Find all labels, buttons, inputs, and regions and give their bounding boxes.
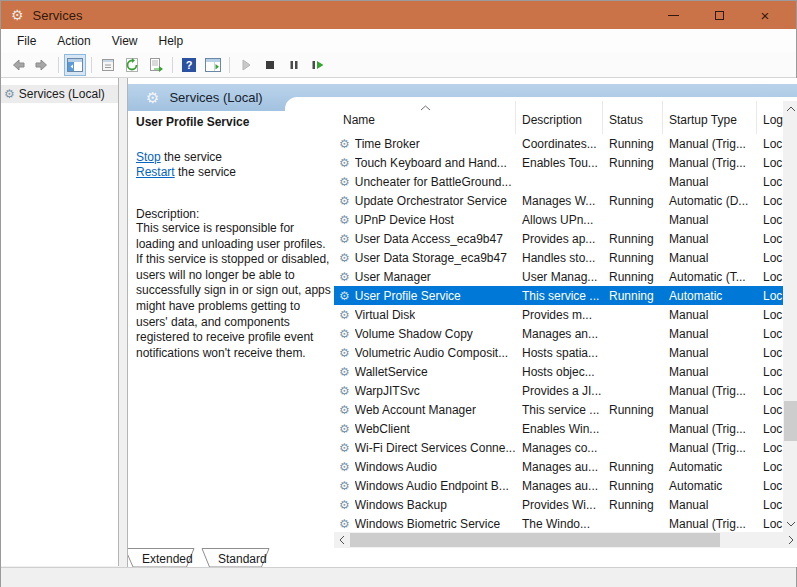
service-gear-icon: ⚙ xyxy=(339,271,350,283)
service-gear-icon: ⚙ xyxy=(339,347,350,359)
menu-bar: File Action View Help xyxy=(1,29,796,53)
column-header-startup-type[interactable]: Startup Type xyxy=(663,101,757,134)
forward-icon[interactable] xyxy=(31,54,53,76)
menu-action[interactable]: Action xyxy=(49,31,98,51)
show-action-pane-icon[interactable] xyxy=(202,54,224,76)
menu-view[interactable]: View xyxy=(104,31,146,51)
service-gear-icon: ⚙ xyxy=(339,385,350,397)
description-text: This service is responsible for loading … xyxy=(136,221,334,361)
service-row[interactable]: ⚙Windows Biometric Service The Windo... … xyxy=(334,514,783,533)
service-gear-icon: ⚙ xyxy=(339,328,350,340)
service-gear-icon: ⚙ xyxy=(339,214,350,226)
services-window: ⚙ Services × File Action View Help xyxy=(0,0,797,587)
stop-link[interactable]: Stop xyxy=(136,150,161,164)
service-gear-icon: ⚙ xyxy=(339,233,350,245)
column-header-log-on-as[interactable]: Log xyxy=(757,101,783,134)
menu-help[interactable]: Help xyxy=(151,31,192,51)
export-list-icon[interactable] xyxy=(145,54,167,76)
scroll-right-icon[interactable] xyxy=(783,532,797,548)
refresh-icon[interactable] xyxy=(121,54,143,76)
vertical-scroll-thumb[interactable] xyxy=(784,401,797,441)
selected-service-title: User Profile Service xyxy=(136,111,336,129)
service-row[interactable]: ⚙Uncheater for BattleGround... Manual Lo… xyxy=(334,172,783,191)
service-row[interactable]: ⚙User Profile Service This service ... R… xyxy=(334,286,783,305)
service-row[interactable]: ⚙Virtual Disk Provides m... Manual Loc xyxy=(334,305,783,324)
restart-service-icon[interactable] xyxy=(307,54,329,76)
extended-detail-panel: User Profile Service Stop the service Re… xyxy=(136,111,336,361)
service-row[interactable]: ⚙Web Account Manager This service ... Ru… xyxy=(334,400,783,419)
scroll-left-icon[interactable] xyxy=(334,532,350,548)
column-header-name[interactable]: Name xyxy=(334,101,516,134)
window-title: Services xyxy=(33,8,83,23)
pane-header-title: Services (Local) xyxy=(169,90,262,105)
service-row[interactable]: ⚙User Data Access_eca9b47 Provides ap...… xyxy=(334,229,783,248)
service-row[interactable]: ⚙WalletService Hosts objec... Manual Loc xyxy=(334,362,783,381)
service-row[interactable]: ⚙UPnP Device Host Allows UPn... Manual L… xyxy=(334,210,783,229)
svg-text:?: ? xyxy=(186,59,193,71)
close-button[interactable]: × xyxy=(742,1,788,29)
services-list: Name Description Status Startup Type Log… xyxy=(334,101,783,533)
service-row[interactable]: ⚙Time Broker Coordinates... Running Manu… xyxy=(334,134,783,153)
pause-service-icon[interactable] xyxy=(283,54,305,76)
services-gear-icon: ⚙ xyxy=(4,88,15,100)
window-controls: × xyxy=(650,1,788,29)
tab-extended-label[interactable]: Extended xyxy=(142,552,193,566)
properties-icon[interactable] xyxy=(97,54,119,76)
service-gear-icon: ⚙ xyxy=(339,518,350,530)
tree-item-services-local[interactable]: ⚙ Services (Local) xyxy=(1,85,118,103)
stop-service-line: Stop the service xyxy=(136,150,336,165)
service-row[interactable]: ⚙Update Orchestrator Service Manages W..… xyxy=(334,191,783,210)
service-gear-icon: ⚙ xyxy=(339,195,350,207)
service-gear-icon: ⚙ xyxy=(339,442,350,454)
toolbar-separator xyxy=(172,57,173,73)
service-row[interactable]: ⚙Touch Keyboard and Hand... Enables Tou.… xyxy=(334,153,783,172)
scroll-up-icon[interactable] xyxy=(783,101,797,117)
services-app-icon: ⚙ xyxy=(11,8,24,22)
console-tree-pane: ⚙ Services (Local) xyxy=(1,78,119,566)
service-row[interactable]: ⚙WebClient Enables Win... Manual (Trig..… xyxy=(334,419,783,438)
service-row[interactable]: ⚙Windows Audio Endpoint B... Manages au.… xyxy=(334,476,783,495)
horizontal-scrollbar[interactable] xyxy=(334,532,797,548)
service-gear-icon: ⚙ xyxy=(339,404,350,416)
pane-header-gear-icon: ⚙ xyxy=(146,90,159,105)
service-row[interactable]: ⚙Volume Shadow Copy Manages an... Manual… xyxy=(334,324,783,343)
start-service-icon[interactable] xyxy=(235,54,257,76)
service-row[interactable]: ⚙User Manager User Manag... Running Auto… xyxy=(334,267,783,286)
service-row[interactable]: ⚙WarpJITSvc Provides a JI... Manual (Tri… xyxy=(334,381,783,400)
service-row[interactable]: ⚙User Data Storage_eca9b47 Handles sto..… xyxy=(334,248,783,267)
service-gear-icon: ⚙ xyxy=(339,157,350,169)
column-header-status[interactable]: Status xyxy=(603,101,663,134)
vertical-scrollbar[interactable] xyxy=(783,101,797,532)
status-strip xyxy=(1,567,796,587)
minimize-button[interactable] xyxy=(650,1,696,29)
menu-file[interactable]: File xyxy=(9,31,44,51)
show-console-tree-icon[interactable] xyxy=(64,54,86,76)
toolbar-separator xyxy=(58,57,59,73)
horizontal-scroll-thumb[interactable] xyxy=(350,533,720,547)
restart-link[interactable]: Restart xyxy=(136,165,175,179)
stop-service-icon[interactable] xyxy=(259,54,281,76)
service-gear-icon: ⚙ xyxy=(339,290,350,302)
service-row[interactable]: ⚙Windows Audio Manages au... Running Aut… xyxy=(334,457,783,476)
column-header-description[interactable]: Description xyxy=(516,101,603,134)
stop-link-suffix: the service xyxy=(161,150,222,164)
service-row[interactable]: ⚙Volumetric Audio Composit... Hosts spat… xyxy=(334,343,783,362)
service-action-links: Stop the service Restart the service xyxy=(136,150,336,180)
tab-standard-label[interactable]: Standard xyxy=(218,552,267,566)
service-gear-icon: ⚙ xyxy=(339,480,350,492)
sort-ascending-icon xyxy=(420,105,431,111)
tree-item-label: Services (Local) xyxy=(19,87,105,101)
scroll-down-icon[interactable] xyxy=(783,516,797,532)
back-icon[interactable] xyxy=(7,54,29,76)
services-pane: ⚙ Services (Local) User Profile Service … xyxy=(127,78,797,567)
service-gear-icon: ⚙ xyxy=(339,499,350,511)
service-gear-icon: ⚙ xyxy=(339,309,350,321)
help-icon[interactable]: ? xyxy=(178,54,200,76)
description-label: Description: xyxy=(136,207,336,221)
service-gear-icon: ⚙ xyxy=(339,423,350,435)
maximize-button[interactable] xyxy=(696,1,742,29)
service-row[interactable]: ⚙Windows Backup Provides Wi... Running M… xyxy=(334,495,783,514)
toolbar-separator xyxy=(91,57,92,73)
toolbar: ? xyxy=(1,53,796,78)
service-row[interactable]: ⚙Wi-Fi Direct Services Conne... Manages … xyxy=(334,438,783,457)
